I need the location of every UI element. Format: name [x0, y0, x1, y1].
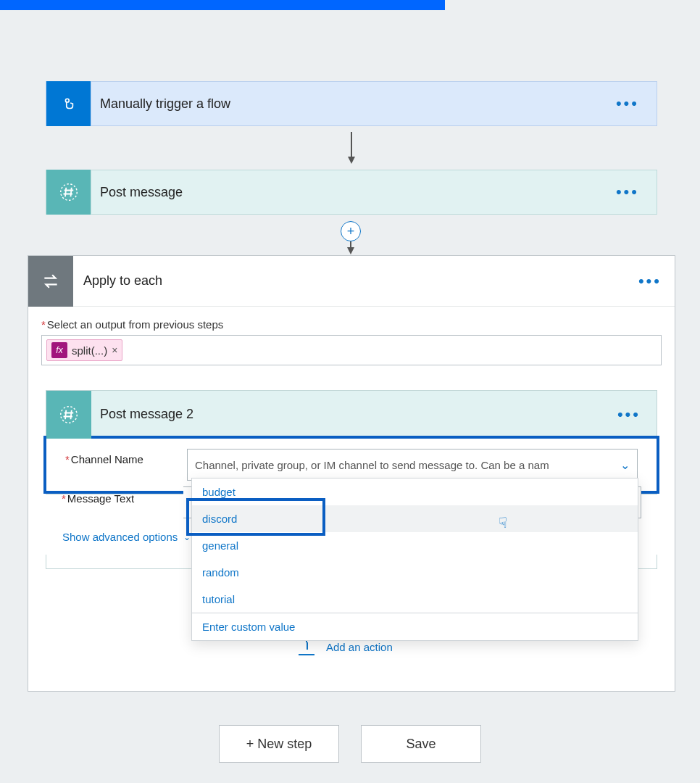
trigger-card[interactable]: Manually trigger a flow ••• — [46, 81, 657, 126]
channel-combobox[interactable]: Channel, private group, or IM channel to… — [187, 449, 638, 481]
apply-to-each-title: Apply to each — [83, 273, 625, 289]
save-button[interactable]: Save — [361, 725, 481, 763]
dropdown-option-tutorial[interactable]: tutorial — [192, 586, 638, 613]
svg-point-2 — [61, 406, 78, 423]
hash-icon — [46, 170, 91, 215]
channel-placeholder: Channel, private group, or IM channel to… — [195, 459, 616, 471]
dropdown-option-random[interactable]: random — [192, 559, 638, 586]
fx-icon: fx — [51, 342, 67, 358]
required-icon: * — [62, 492, 66, 505]
loop-icon — [28, 256, 73, 307]
flow-canvas: Manually trigger a flow ••• Post message… — [0, 10, 700, 783]
dropdown-enter-custom[interactable]: Enter custom value — [192, 613, 638, 640]
apply-to-each-menu-icon[interactable]: ••• — [625, 272, 675, 291]
remove-chip-icon[interactable]: × — [112, 344, 117, 356]
post-message-menu-icon[interactable]: ••• — [599, 183, 657, 202]
dropdown-option-general[interactable]: general — [192, 532, 638, 559]
add-step-icon[interactable]: + — [341, 221, 361, 241]
hash-icon — [46, 391, 91, 439]
channel-label: *Channel Name — [49, 442, 187, 465]
expression-chip[interactable]: fx split(...) × — [46, 339, 122, 361]
message-text-label: *Message Text — [46, 486, 183, 518]
channel-dropdown: budget discord☟ general random tutorial … — [191, 478, 638, 641]
expression-text: split(...) — [72, 344, 107, 357]
dropdown-option-budget[interactable]: budget — [192, 478, 638, 505]
required-icon: * — [65, 453, 70, 465]
touch-icon — [46, 81, 91, 126]
post-message-2-header[interactable]: Post message 2 ••• — [46, 391, 657, 439]
post-message-title: Post message — [100, 185, 599, 200]
svg-point-1 — [60, 184, 77, 201]
select-output-label: *Select an output from previous steps — [41, 318, 662, 331]
required-icon: * — [41, 318, 46, 331]
chevron-down-icon: ⌄ — [620, 458, 630, 472]
connector-add-wrap: + — [341, 221, 362, 254]
trigger-menu-icon[interactable]: ••• — [599, 94, 657, 113]
chevron-down-icon: ⌄ — [183, 532, 191, 542]
trigger-title: Manually trigger a flow — [100, 96, 599, 112]
new-step-button[interactable]: + New step — [219, 725, 339, 763]
show-advanced-options-link[interactable]: Show advanced options⌄ — [62, 531, 191, 543]
cursor-icon: ☟ — [499, 510, 507, 536]
apply-to-each-header[interactable]: Apply to each ••• — [28, 256, 675, 307]
bottom-button-bar: + New step Save — [219, 725, 481, 763]
connector-arrow-icon — [348, 132, 355, 165]
post-message-2-menu-icon[interactable]: ••• — [601, 405, 657, 424]
select-output-input[interactable]: fx split(...) × — [41, 335, 662, 365]
post-message-card[interactable]: Post message ••• — [46, 170, 657, 215]
post-message-2-title: Post message 2 — [100, 407, 601, 422]
top-bar — [0, 0, 445, 10]
dropdown-option-discord[interactable]: discord☟ — [192, 505, 638, 532]
